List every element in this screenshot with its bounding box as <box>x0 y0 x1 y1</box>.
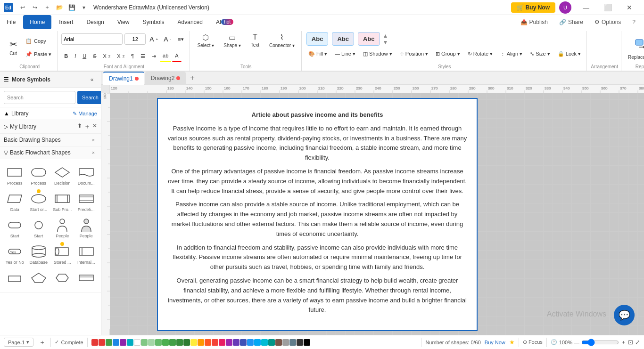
menu-ai[interactable]: AI hot <box>209 15 240 29</box>
shadow-button[interactable]: ◫ Shadow ▾ <box>360 48 395 60</box>
color-swatch-red1[interactable] <box>91 339 98 346</box>
shape-internal[interactable]: Internal... <box>75 242 98 267</box>
color-swatch-pink[interactable] <box>219 339 225 346</box>
redo-btn[interactable]: ↪ <box>29 2 41 13</box>
font-family-input[interactable] <box>61 33 123 45</box>
chat-bubble-button[interactable]: 💬 <box>614 305 635 325</box>
abc-style-1[interactable]: Abc <box>306 32 329 46</box>
add-page-button[interactable]: + <box>37 338 47 347</box>
list-btn[interactable]: ☰ <box>138 50 148 62</box>
more-btn[interactable]: ▾ <box>78 2 90 13</box>
lock-button[interactable]: 🔒 Lock ▾ <box>555 48 584 60</box>
buy-now-button[interactable]: 🛒 Buy Now <box>511 2 555 13</box>
text-format-btn[interactable]: ¶ <box>128 50 137 62</box>
italic-button[interactable]: I <box>72 50 79 62</box>
position-button[interactable]: ⊹ Position ▾ <box>397 48 431 60</box>
bold-button[interactable]: B <box>61 50 71 62</box>
shape-people2[interactable]: People <box>75 216 98 240</box>
menu-design[interactable]: Design <box>80 15 110 29</box>
page-indicator[interactable]: Page-1 ▾ <box>4 338 33 347</box>
search-button[interactable]: Search <box>77 91 101 104</box>
shape-process[interactable]: Process <box>4 163 26 187</box>
color-swatch-black[interactable] <box>304 339 310 346</box>
abc-style-3[interactable]: Abc <box>358 32 380 46</box>
canvas-page[interactable]: Article about passive income and its ben… <box>157 98 478 331</box>
new-btn[interactable]: ＋ <box>41 2 53 13</box>
shape-people1[interactable]: People <box>51 216 74 240</box>
line-button[interactable]: — Line ▾ <box>332 48 358 60</box>
color-swatch-green2[interactable] <box>155 339 162 346</box>
styles-expand-btn[interactable]: ▲▼ <box>383 32 388 46</box>
publish-button[interactable]: 📤 Publish <box>516 16 553 28</box>
share-button[interactable]: 🔗 Share <box>554 16 588 28</box>
zoom-out-btn[interactable]: — <box>574 340 579 345</box>
color-swatch-ltgreen2[interactable] <box>148 339 155 346</box>
basic-drawing-close-btn[interactable]: × <box>90 136 97 144</box>
shape-start-roundrect[interactable]: Start <box>4 216 26 240</box>
shape-subprocess[interactable]: Sub Pro... <box>51 189 74 214</box>
color-swatch-purple[interactable] <box>120 339 126 346</box>
shape-stored[interactable]: Stored ... <box>51 242 74 267</box>
zoom-slider[interactable] <box>581 339 619 346</box>
open-btn[interactable]: 📂 <box>54 2 65 13</box>
my-library-row[interactable]: ▷ My Library ⬆ ＋ ✕ <box>0 120 101 134</box>
close-button[interactable]: ✕ <box>619 0 640 15</box>
color-swatch-ltblue[interactable] <box>254 339 261 346</box>
menu-insert[interactable]: Insert <box>52 15 80 29</box>
size-button[interactable]: ⤡ Size ▾ <box>527 48 553 60</box>
search-input[interactable] <box>4 91 75 104</box>
shape-yesno[interactable]: Yes Yes or No <box>4 242 26 267</box>
text-button[interactable]: T Text <box>247 31 264 50</box>
font-color-btn[interactable]: A <box>172 50 181 62</box>
select-button[interactable]: ⬡ Select ▾ <box>194 31 218 50</box>
shape-process2[interactable]: Process <box>28 163 50 187</box>
color-swatch-red3[interactable] <box>212 339 218 346</box>
color-swatch-dkgreen2[interactable] <box>183 339 190 346</box>
color-swatch-brown[interactable] <box>275 339 282 346</box>
basic-drawing-row[interactable]: Basic Drawing Shapes × <box>0 134 101 146</box>
color-swatch-teal[interactable] <box>127 339 133 346</box>
basic-flowchart-row[interactable]: ▽ Basic Flowchart Shapes × <box>0 146 101 159</box>
basic-flowchart-close-btn[interactable]: × <box>90 149 97 156</box>
zoom-in-btn[interactable]: ＋ <box>621 339 626 346</box>
align-btn[interactable]: ≡▾ <box>175 33 186 45</box>
color-swatch-green4[interactable] <box>169 339 176 346</box>
fill-button[interactable]: 🎨 Fill ▾ <box>305 48 330 60</box>
color-swatch-ltgreen1[interactable] <box>141 339 148 346</box>
my-library-import-btn[interactable]: ⬆ <box>77 122 82 131</box>
menu-view[interactable]: View <box>111 15 136 29</box>
minimize-button[interactable]: — <box>575 0 597 15</box>
menu-advanced[interactable]: Advanced <box>171 15 209 29</box>
shape-decision[interactable]: Decision <box>51 163 74 187</box>
menu-symbols[interactable]: Symbols <box>136 15 171 29</box>
connector-button[interactable]: ⌇ Connector ▾ <box>265 31 298 50</box>
cut-button[interactable]: ✂ Cut <box>5 33 22 62</box>
shape-startor[interactable]: Start or... <box>28 189 50 214</box>
shape-button[interactable]: ▭ Shape ▾ <box>220 31 245 50</box>
abc-style-2[interactable]: Abc <box>332 32 354 46</box>
shape-bottom2[interactable] <box>28 268 50 288</box>
color-swatch-indigo[interactable] <box>240 339 247 346</box>
indent-btn[interactable]: ⇥ <box>149 50 159 62</box>
shape-bottom3[interactable] <box>51 268 74 288</box>
color-swatch-green[interactable] <box>106 339 112 346</box>
focus-button[interactable]: ⊙ Focus <box>523 339 543 345</box>
bottom-buy-now[interactable]: Buy Now <box>485 340 505 345</box>
color-swatch-purple2[interactable] <box>226 339 232 346</box>
shape-predefprocess[interactable]: Predefi... <box>75 189 98 214</box>
my-library-add-btn[interactable]: ＋ <box>84 122 91 131</box>
paste-button[interactable]: 📌Paste ▾ <box>23 48 54 60</box>
user-avatar[interactable]: U <box>559 1 571 14</box>
color-swatch-grey[interactable] <box>282 339 289 346</box>
shape-bottom4[interactable] <box>75 268 98 288</box>
replace-shape-button[interactable]: Replace Shape <box>625 33 644 63</box>
shape-data[interactable]: Data <box>4 189 26 214</box>
color-swatch-white[interactable] <box>134 339 140 346</box>
color-swatch-cyan[interactable] <box>261 339 268 346</box>
library-row[interactable]: ▲ Library ✎ Manage <box>0 107 101 120</box>
color-swatch-blue2[interactable] <box>247 339 254 346</box>
fit-page-btn[interactable]: ⊡ <box>628 339 633 346</box>
color-swatch-dark[interactable] <box>297 339 303 346</box>
my-library-close-btn[interactable]: ✕ <box>92 122 97 131</box>
color-swatch-blue[interactable] <box>113 339 119 346</box>
